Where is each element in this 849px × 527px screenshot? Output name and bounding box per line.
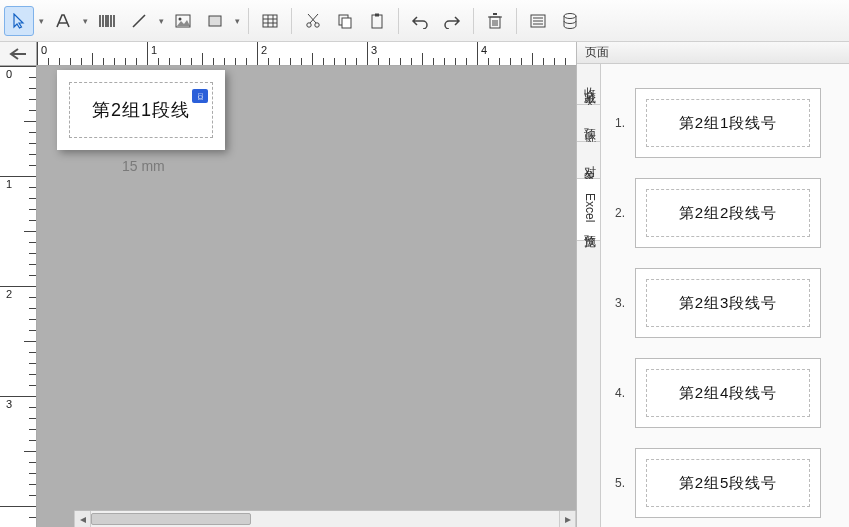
separator — [291, 8, 292, 34]
scroll-track[interactable] — [91, 511, 559, 527]
horizontal-scrollbar[interactable]: ◂ ▸ — [74, 510, 576, 527]
panel-title: 页面 — [577, 42, 849, 64]
scroll-right-icon[interactable]: ▸ — [559, 511, 576, 528]
thumb-row[interactable]: 4.第2组4段线号 — [609, 358, 841, 428]
tab-excel-preview[interactable]: Excel 预览 — [577, 179, 600, 241]
rect-dd-icon[interactable]: ▾ — [232, 16, 242, 26]
text-dd-icon[interactable]: ▾ — [80, 16, 90, 26]
thumb-text: 第2组5段线号 — [679, 474, 778, 493]
rect-tool-button[interactable] — [200, 6, 230, 36]
thumb-text: 第2组4段线号 — [679, 384, 778, 403]
thumb-number: 2. — [609, 206, 625, 220]
pointer-tool-button[interactable] — [4, 6, 34, 36]
thumb-inner: 第2组3段线号 — [646, 279, 810, 327]
vertical-tabs: 收藏夹 预览 对象 Excel 预览 — [577, 64, 601, 527]
thumb-card[interactable]: 第2组2段线号 — [635, 178, 821, 248]
thumb-text: 第2组3段线号 — [679, 294, 778, 313]
svg-point-15 — [307, 22, 311, 26]
text-tool-button[interactable] — [48, 6, 78, 36]
horizontal-ruler[interactable]: 01234 — [37, 42, 576, 66]
thumb-row[interactable]: 2.第2组2段线号 — [609, 178, 841, 248]
thumb-inner: 第2组1段线号 — [646, 99, 810, 147]
thumb-card[interactable]: 第2组3段线号 — [635, 268, 821, 338]
thumb-inner: 第2组5段线号 — [646, 459, 810, 507]
svg-rect-20 — [342, 18, 351, 28]
table-button[interactable] — [255, 6, 285, 36]
body-row: 0123 第2组1段线 ⌼ 15 mm ◂ ▸ — [0, 66, 576, 527]
scroll-thumb[interactable] — [91, 513, 251, 525]
main-area: 01234 0123 第2组1段线 ⌼ 15 mm ◂ ▸ — [0, 42, 849, 527]
svg-rect-21 — [372, 15, 382, 28]
cut-button[interactable] — [298, 6, 328, 36]
thumb-row[interactable]: 1.第2组1段线号 — [609, 88, 841, 158]
delete-button[interactable] — [480, 6, 510, 36]
tab-favorites[interactable]: 收藏夹 — [577, 64, 600, 105]
scroll-left-icon[interactable]: ◂ — [74, 511, 91, 528]
svg-point-33 — [564, 13, 576, 18]
tab-preview[interactable]: 预览 — [577, 105, 600, 142]
thumb-row[interactable]: 5.第2组5段线号 — [609, 448, 841, 518]
dimension-label: 15 mm — [122, 158, 165, 174]
label-text[interactable]: 第2组1段线 — [92, 98, 190, 122]
line-dd-icon[interactable]: ▾ — [156, 16, 166, 26]
vertical-ruler[interactable]: 0123 — [0, 66, 37, 527]
paste-button[interactable] — [362, 6, 392, 36]
back-arrow-icon — [9, 47, 27, 61]
pointer-dd-icon[interactable]: ▾ — [36, 16, 46, 26]
svg-point-16 — [315, 22, 319, 26]
canvas[interactable]: 第2组1段线 ⌼ 15 mm ◂ ▸ — [37, 66, 576, 527]
thumb-card[interactable]: 第2组4段线号 — [635, 358, 821, 428]
thumb-text: 第2组2段线号 — [679, 204, 778, 223]
svg-line-18 — [308, 14, 316, 23]
thumbnail-list[interactable]: 1.第2组1段线号2.第2组2段线号3.第2组3段线号4.第2组4段线号5.第2… — [601, 64, 849, 527]
thumb-number: 1. — [609, 116, 625, 130]
database-field-icon: ⌼ — [192, 89, 208, 103]
undo-button[interactable] — [405, 6, 435, 36]
database-button[interactable] — [555, 6, 585, 36]
ruler-origin-button[interactable] — [0, 42, 37, 66]
barcode-tool-button[interactable] — [92, 6, 122, 36]
line-tool-button[interactable] — [124, 6, 154, 36]
ruler-row: 01234 — [0, 42, 576, 66]
svg-rect-9 — [209, 16, 221, 26]
separator — [473, 8, 474, 34]
thumb-number: 5. — [609, 476, 625, 490]
thumb-row[interactable]: 3.第2组3段线号 — [609, 268, 841, 338]
svg-line-17 — [310, 14, 318, 23]
image-tool-button[interactable] — [168, 6, 198, 36]
thumb-number: 4. — [609, 386, 625, 400]
thumb-inner: 第2组4段线号 — [646, 369, 810, 417]
svg-rect-10 — [263, 15, 277, 27]
svg-rect-22 — [375, 13, 379, 16]
panel-body: 收藏夹 预览 对象 Excel 预览 1.第2组1段线号2.第2组2段线号3.第… — [577, 64, 849, 527]
thumb-text: 第2组1段线号 — [679, 114, 778, 133]
thumb-card[interactable]: 第2组5段线号 — [635, 448, 821, 518]
right-panel: 页面 收藏夹 预览 对象 Excel 预览 1.第2组1段线号2.第2组2段线号… — [576, 42, 849, 527]
list-button[interactable] — [523, 6, 553, 36]
toolbar: ▾ ▾ ▾ ▾ — [0, 0, 849, 42]
thumb-card[interactable]: 第2组1段线号 — [635, 88, 821, 158]
thumb-number: 3. — [609, 296, 625, 310]
label-safe-area: 第2组1段线 ⌼ — [69, 82, 213, 138]
copy-button[interactable] — [330, 6, 360, 36]
separator — [516, 8, 517, 34]
svg-line-6 — [133, 15, 145, 27]
thumb-inner: 第2组2段线号 — [646, 189, 810, 237]
separator — [248, 8, 249, 34]
separator — [398, 8, 399, 34]
redo-button[interactable] — [437, 6, 467, 36]
svg-point-8 — [179, 17, 182, 20]
tab-object[interactable]: 对象 — [577, 142, 600, 179]
editor-area: 01234 0123 第2组1段线 ⌼ 15 mm ◂ ▸ — [0, 42, 576, 527]
label-document[interactable]: 第2组1段线 ⌼ — [57, 70, 225, 150]
